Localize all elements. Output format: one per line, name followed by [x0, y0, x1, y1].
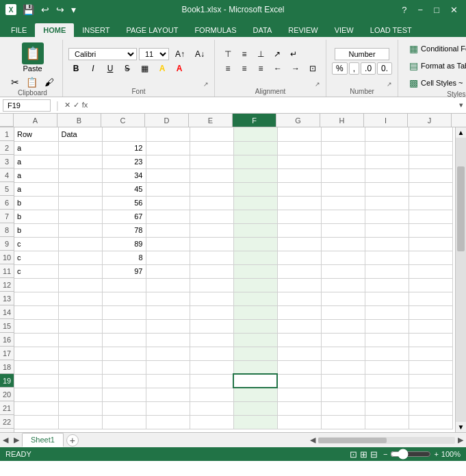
- save-button[interactable]: 💾: [21, 3, 36, 16]
- center-align-button[interactable]: ≡: [237, 62, 252, 75]
- cell-F10[interactable]: [233, 251, 277, 264]
- cell-F9[interactable]: [233, 237, 277, 251]
- left-align-button[interactable]: ≡: [220, 62, 235, 75]
- cell-D5[interactable]: [146, 182, 190, 196]
- row-header-2[interactable]: 2: [0, 141, 14, 155]
- decrease-font-button[interactable]: A↓: [191, 48, 209, 60]
- sheet-nav-next[interactable]: ▶: [11, 436, 22, 444]
- col-header-e[interactable]: E: [189, 114, 233, 127]
- cell-D4[interactable]: [146, 168, 190, 182]
- alignment-group-expand[interactable]: ↗: [315, 81, 320, 88]
- row-header-21[interactable]: 21: [0, 401, 14, 415]
- cell-C5[interactable]: 45: [102, 182, 146, 196]
- cell-C12[interactable]: [102, 278, 146, 292]
- col-header-i[interactable]: I: [364, 114, 408, 127]
- cell-F12[interactable]: [233, 278, 277, 292]
- cell-F22[interactable]: [233, 415, 277, 429]
- cell-H11[interactable]: [321, 264, 365, 278]
- cell-B19[interactable]: [58, 374, 102, 388]
- zoom-in-button[interactable]: +: [434, 450, 438, 458]
- cell-E5[interactable]: [190, 182, 233, 196]
- row-header-10[interactable]: 10: [0, 251, 14, 264]
- cell-F19[interactable]: [233, 374, 277, 388]
- cell-F17[interactable]: [233, 347, 277, 360]
- cell-B8[interactable]: [58, 223, 102, 237]
- cell-I12[interactable]: [365, 278, 409, 292]
- cell-D16[interactable]: [146, 333, 190, 347]
- cell-E4[interactable]: [190, 168, 233, 182]
- cell-B9[interactable]: [58, 237, 102, 251]
- row-header-19[interactable]: 19: [0, 374, 14, 388]
- cell-J20[interactable]: [409, 388, 452, 401]
- cell-styles-button[interactable]: ▩ Cell Styles ~: [404, 75, 466, 90]
- right-align-button[interactable]: ≡: [253, 62, 268, 75]
- cell-E8[interactable]: [190, 223, 233, 237]
- cell-C7[interactable]: 67: [102, 210, 146, 223]
- cell-F3[interactable]: [233, 155, 277, 168]
- tab-file[interactable]: FILE: [3, 23, 35, 37]
- col-header-h[interactable]: H: [320, 114, 364, 127]
- cell-I2[interactable]: [365, 141, 409, 155]
- cell-C17[interactable]: [102, 347, 146, 360]
- cell-J22[interactable]: [409, 415, 452, 429]
- cell-G8[interactable]: [277, 223, 321, 237]
- cell-G9[interactable]: [277, 237, 321, 251]
- zoom-slider[interactable]: [390, 449, 431, 460]
- cell-E9[interactable]: [190, 237, 233, 251]
- format-as-table-button[interactable]: ▤ Format as Table ▾: [404, 58, 466, 73]
- cell-B1[interactable]: Data: [58, 127, 102, 141]
- cell-B3[interactable]: [58, 155, 102, 168]
- cell-F16[interactable]: [233, 333, 277, 347]
- tab-home[interactable]: HOME: [35, 23, 74, 37]
- tab-insert[interactable]: INSERT: [74, 23, 118, 37]
- font-size-select[interactable]: 11: [139, 48, 169, 60]
- cell-E18[interactable]: [190, 360, 233, 374]
- row-header-17[interactable]: 17: [0, 347, 14, 360]
- cell-C10[interactable]: 8: [102, 251, 146, 264]
- cell-E10[interactable]: [190, 251, 233, 264]
- cell-I7[interactable]: [365, 210, 409, 223]
- cell-C18[interactable]: [102, 360, 146, 374]
- cell-H3[interactable]: [321, 155, 365, 168]
- cell-J18[interactable]: [409, 360, 452, 374]
- row-header-13[interactable]: 13: [0, 292, 14, 305]
- cell-F5[interactable]: [233, 182, 277, 196]
- undo-button[interactable]: ↩: [39, 3, 51, 16]
- row-header-20[interactable]: 20: [0, 388, 14, 401]
- cell-A15[interactable]: [14, 319, 58, 333]
- cell-A21[interactable]: [14, 401, 58, 415]
- cell-D20[interactable]: [146, 388, 190, 401]
- cell-D19[interactable]: [146, 374, 190, 388]
- cell-G14[interactable]: [277, 305, 321, 319]
- paste-button[interactable]: 📋 Paste: [18, 41, 48, 74]
- cell-E13[interactable]: [190, 292, 233, 305]
- page-layout-view-button[interactable]: ⊞: [360, 449, 367, 460]
- cell-E12[interactable]: [190, 278, 233, 292]
- cell-I11[interactable]: [365, 264, 409, 278]
- row-header-6[interactable]: 6: [0, 196, 14, 210]
- cell-A14[interactable]: [14, 305, 58, 319]
- tab-formulas[interactable]: FORMULAS: [186, 23, 244, 37]
- cell-J19[interactable]: [409, 374, 452, 388]
- cell-H9[interactable]: [321, 237, 365, 251]
- cell-A9[interactable]: c: [14, 237, 58, 251]
- cell-G3[interactable]: [277, 155, 321, 168]
- cell-J15[interactable]: [409, 319, 452, 333]
- cell-C14[interactable]: [102, 305, 146, 319]
- tab-load-test[interactable]: LOAD TEST: [362, 23, 420, 37]
- cell-A3[interactable]: a: [14, 155, 58, 168]
- cell-B10[interactable]: [58, 251, 102, 264]
- cell-A22[interactable]: [14, 415, 58, 429]
- cell-G7[interactable]: [277, 210, 321, 223]
- cell-J5[interactable]: [409, 182, 452, 196]
- more-quick-access-button[interactable]: ▾: [69, 3, 78, 16]
- dec-decimal-button[interactable]: 0.: [377, 62, 392, 75]
- cell-C22[interactable]: [102, 415, 146, 429]
- merge-button[interactable]: ⊡: [305, 62, 320, 75]
- cell-J17[interactable]: [409, 347, 452, 360]
- cell-J2[interactable]: [409, 141, 452, 155]
- cell-A13[interactable]: [14, 292, 58, 305]
- cell-B12[interactable]: [58, 278, 102, 292]
- cell-J1[interactable]: [409, 127, 452, 141]
- cell-J8[interactable]: [409, 223, 452, 237]
